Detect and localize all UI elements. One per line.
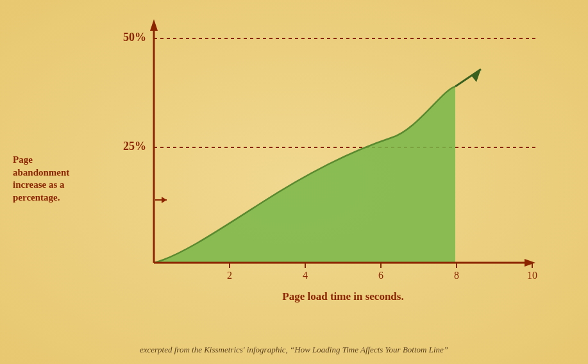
- y-label-50: 50%: [123, 31, 146, 44]
- chart-svg: 50% 25% 2 4 6 8 10: [115, 13, 551, 308]
- y-axis-label: Page abandonment increase as a percentag…: [13, 154, 103, 204]
- x-tick-6: 6: [378, 270, 383, 281]
- x-tick-10: 10: [527, 270, 537, 281]
- chart-area: 50% 25% 2 4 6 8 10: [115, 13, 551, 308]
- chart-fill-area: [154, 87, 455, 263]
- y-axis-arrow: [150, 19, 158, 31]
- x-tick-4: 4: [303, 270, 308, 281]
- label-arrow-head: [162, 197, 167, 203]
- citation: excerpted from the Kissmetrics' infograp…: [0, 345, 588, 355]
- x-tick-8: 8: [454, 270, 459, 281]
- x-axis-arrow: [525, 259, 535, 267]
- x-tick-2: 2: [227, 270, 232, 281]
- x-axis-title: Page load time in seconds.: [282, 290, 403, 302]
- y-label-25: 25%: [123, 140, 146, 153]
- arrow-head: [471, 69, 481, 82]
